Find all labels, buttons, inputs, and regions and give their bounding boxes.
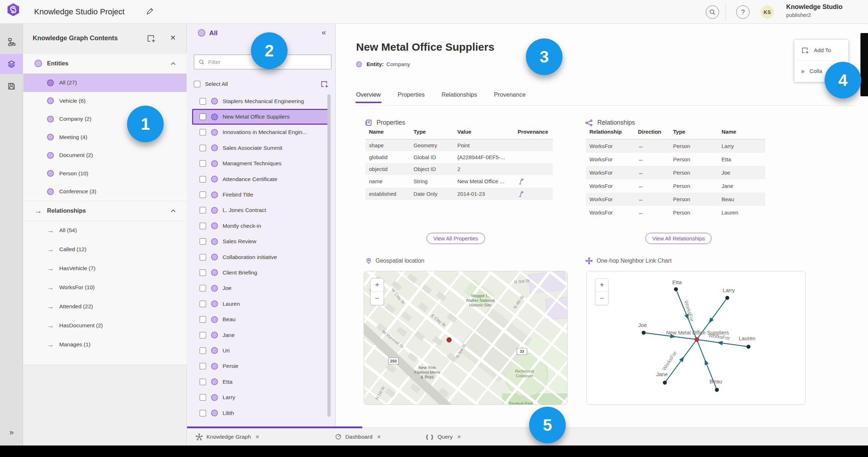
relationship-link[interactable]: WorksFor bbox=[586, 206, 634, 219]
entity-type-item[interactable]: Vehicle (6) bbox=[23, 92, 187, 110]
property-provenance-cell[interactable] bbox=[514, 175, 553, 188]
entity-list-item[interactable]: Sales Review bbox=[192, 234, 328, 249]
add-to-button[interactable]: Add To bbox=[794, 40, 848, 61]
relationship-link[interactable]: WorksFor bbox=[586, 153, 634, 166]
item-checkbox[interactable] bbox=[200, 347, 206, 354]
tab-properties[interactable]: Properties bbox=[398, 91, 425, 103]
item-checkbox[interactable] bbox=[200, 363, 206, 369]
tab-provenance[interactable]: Provenance bbox=[494, 91, 526, 103]
view-all-properties-button[interactable]: View All Properties bbox=[426, 233, 485, 244]
item-checkbox[interactable] bbox=[200, 176, 206, 183]
relationship-type-item[interactable]: → Called (12) bbox=[23, 240, 187, 259]
item-checkbox[interactable] bbox=[200, 316, 206, 323]
relationship-name-link[interactable]: Larry bbox=[718, 139, 765, 153]
entity-list-item[interactable]: Managment Techniques bbox=[192, 156, 328, 171]
relationship-type-item[interactable]: → WorksFor (10) bbox=[23, 278, 187, 297]
save-icon[interactable] bbox=[0, 76, 23, 96]
item-checkbox[interactable] bbox=[200, 394, 206, 401]
entity-list-item[interactable]: Lilith bbox=[192, 405, 328, 421]
collapse-panel-icon[interactable]: « bbox=[322, 28, 326, 37]
item-checkbox[interactable] bbox=[200, 301, 206, 307]
close-tab-icon[interactable]: ✕ bbox=[457, 434, 461, 440]
item-checkbox[interactable] bbox=[200, 98, 206, 105]
data-model-icon[interactable] bbox=[0, 32, 23, 52]
entity-type-item[interactable]: Conference (3) bbox=[23, 183, 187, 201]
list-scrollbar[interactable] bbox=[327, 94, 331, 417]
item-checkbox[interactable] bbox=[200, 114, 206, 120]
entity-type-item[interactable]: All (27) bbox=[23, 74, 187, 92]
property-provenance-cell[interactable] bbox=[514, 188, 553, 200]
map-zoom-in-button[interactable]: + bbox=[371, 279, 383, 292]
item-checkbox[interactable] bbox=[200, 410, 206, 416]
item-checkbox[interactable] bbox=[200, 145, 206, 151]
relationship-name-link[interactable]: Beau bbox=[718, 193, 765, 206]
entity-type-item[interactable]: Person (10) bbox=[23, 165, 187, 183]
item-checkbox[interactable] bbox=[200, 332, 206, 338]
entity-list-item[interactable]: L. Jones Contract bbox=[192, 203, 328, 218]
item-checkbox[interactable] bbox=[200, 191, 206, 198]
close-panel-icon[interactable]: ✕ bbox=[168, 33, 178, 42]
relationship-type-item[interactable]: → HasVehicle (7) bbox=[23, 259, 187, 278]
item-checkbox[interactable] bbox=[200, 207, 206, 213]
geospatial-map[interactable]: 25033 k RdW Clay StE Clay StW Marshall S… bbox=[364, 271, 568, 405]
item-checkbox[interactable] bbox=[200, 160, 206, 167]
item-checkbox[interactable] bbox=[200, 238, 206, 245]
item-checkbox[interactable] bbox=[200, 223, 206, 229]
entity-list-item[interactable]: Etta bbox=[192, 374, 328, 389]
relationship-name-link[interactable]: Joe bbox=[718, 166, 765, 179]
entity-list-item[interactable]: Larry bbox=[192, 389, 328, 405]
relationship-name-link[interactable]: Lauren bbox=[718, 206, 765, 219]
edit-title-icon[interactable] bbox=[145, 7, 154, 16]
tab-query[interactable]: { } Query ✕ bbox=[426, 434, 461, 440]
relationship-link[interactable]: WorksFor bbox=[586, 193, 634, 206]
collapse-entities-chevron-icon[interactable] bbox=[171, 62, 176, 65]
expand-rail-icon[interactable]: » bbox=[0, 425, 23, 440]
relationships-section-header[interactable]: → Relationships bbox=[23, 201, 187, 221]
item-checkbox[interactable] bbox=[200, 129, 206, 135]
relationship-type-item[interactable]: → All (54) bbox=[23, 221, 187, 240]
entity-list-item[interactable]: Staplers Mechanical Engineering bbox=[192, 93, 328, 109]
entity-list-item[interactable]: Persie bbox=[192, 359, 328, 374]
entity-list-item[interactable]: New Metal Office Suppliers bbox=[192, 109, 328, 124]
view-all-relationships-button[interactable]: View All Relationships bbox=[645, 233, 711, 244]
entity-list-item[interactable]: Firebird Title bbox=[192, 187, 328, 202]
select-all-checkbox[interactable] bbox=[194, 81, 200, 87]
contents-layers-icon[interactable] bbox=[0, 54, 23, 74]
entity-list-item[interactable]: Beau bbox=[192, 311, 328, 327]
close-tab-icon[interactable]: ✕ bbox=[255, 434, 260, 440]
relationship-name-link[interactable]: Etta bbox=[718, 153, 765, 166]
user-avatar[interactable]: KS bbox=[761, 5, 774, 19]
close-tab-icon[interactable]: ✕ bbox=[377, 434, 381, 440]
tab-dashboard[interactable]: Dashboard ✕ bbox=[335, 433, 381, 440]
chart-zoom-out-button[interactable]: − bbox=[596, 292, 608, 305]
relationship-type-item[interactable]: → Manages (1) bbox=[23, 335, 187, 354]
tab-overview[interactable]: Overview bbox=[356, 91, 381, 103]
one-hop-link-chart[interactable]: WorksForWorksForWorksForEttaLarryJoeLaur… bbox=[586, 271, 806, 405]
entity-list-item[interactable]: Joe bbox=[192, 281, 328, 296]
entity-list-item[interactable]: Uri bbox=[192, 343, 328, 358]
add-to-new-icon[interactable] bbox=[146, 34, 155, 43]
entity-list-item[interactable]: Innovations in Mechanical Engin... bbox=[192, 125, 328, 140]
entity-list-item[interactable]: Client Briefing bbox=[192, 265, 328, 280]
tab-knowledge-graph[interactable]: Knowledge Graph ✕ bbox=[196, 433, 260, 440]
entity-list-item[interactable]: Sales Associate Summit bbox=[192, 140, 328, 156]
property-provenance-cell[interactable] bbox=[514, 163, 553, 175]
relationship-link[interactable]: WorksFor bbox=[586, 139, 634, 153]
item-checkbox[interactable] bbox=[200, 254, 206, 260]
add-selection-icon[interactable] bbox=[320, 80, 328, 88]
property-provenance-cell[interactable] bbox=[514, 139, 553, 152]
relationship-name-link[interactable]: Jane bbox=[718, 179, 765, 193]
entity-list-item[interactable]: Attendance Certificate bbox=[192, 171, 328, 187]
relationship-link[interactable]: WorksFor bbox=[586, 179, 634, 193]
item-checkbox[interactable] bbox=[200, 269, 206, 276]
link-chart-canvas[interactable]: WorksForWorksForWorksForEttaLarryJoeLaur… bbox=[587, 271, 806, 405]
help-button[interactable]: ? bbox=[736, 5, 750, 19]
relationship-link[interactable]: WorksFor bbox=[586, 166, 634, 179]
entity-list-item[interactable]: Montly check-in bbox=[192, 218, 328, 234]
tab-relationships[interactable]: Relationships bbox=[442, 91, 477, 103]
entity-list-item[interactable]: Jane bbox=[192, 327, 328, 343]
entity-list-item[interactable]: Lauren bbox=[192, 296, 328, 311]
property-provenance-cell[interactable] bbox=[514, 151, 553, 163]
item-checkbox[interactable] bbox=[200, 379, 206, 385]
item-checkbox[interactable] bbox=[200, 285, 206, 291]
